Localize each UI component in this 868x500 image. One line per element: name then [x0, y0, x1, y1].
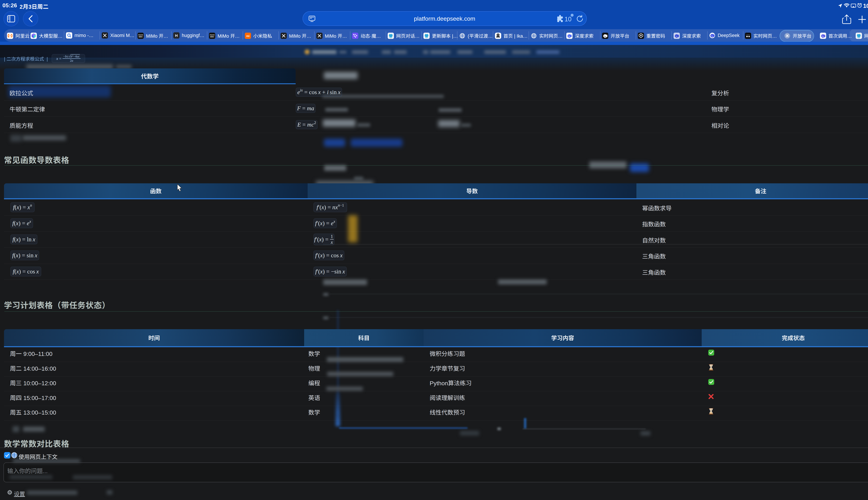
svg-text:MiMO: MiMO: [210, 36, 214, 38]
svg-text:Xiaomi: Xiaomi: [138, 34, 143, 36]
svg-text:H: H: [175, 34, 178, 37]
svg-text:Xiaomi: Xiaomi: [210, 34, 215, 36]
svg-text:mi: mi: [246, 34, 250, 37]
svg-text:MiMO: MiMO: [138, 36, 143, 38]
